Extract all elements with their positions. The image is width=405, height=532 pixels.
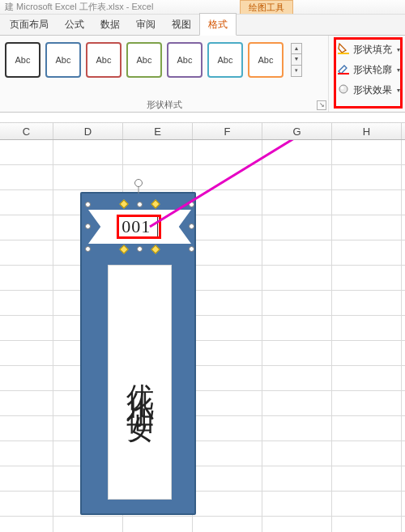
svg-point-3 — [341, 87, 344, 90]
shape-outline-label: 形状轮廓 — [353, 63, 392, 77]
dropdown-icon: ▾ — [397, 87, 400, 94]
shape-effects-label: 形状效果 — [353, 83, 392, 97]
style-swatch-black[interactable]: Abc — [5, 42, 40, 78]
svg-point-2 — [339, 85, 347, 93]
svg-rect-1 — [338, 73, 349, 74]
col-header-e[interactable]: E — [123, 123, 193, 139]
outline-icon — [337, 62, 350, 78]
context-tab-label: 绘图工具 — [240, 0, 293, 14]
shape-styles-group: Abc Abc Abc Abc Abc Abc Abc ▲ ▼ ▾ 形状样式 ↘ — [0, 36, 328, 112]
style-swatch-purple[interactable]: Abc — [167, 42, 202, 78]
col-header-d[interactable]: D — [53, 123, 123, 139]
dropdown-icon: ▾ — [397, 66, 400, 74]
tab-formulas[interactable]: 公式 — [57, 14, 92, 35]
shape-tools-panel: 形状填充 ▾ 形状轮廓 ▾ 形状效果 ▾ — [328, 36, 405, 112]
gallery-up-button[interactable]: ▲ — [291, 43, 302, 54]
tab-page-layout[interactable]: 页面布局 — [2, 14, 57, 35]
vertical-text: 优化小仙女 — [125, 362, 155, 402]
col-header-h[interactable]: H — [332, 123, 402, 139]
app-title: 建 Microsoft Excel 工作表.xlsx - Excel — [5, 2, 153, 11]
col-header-f[interactable]: F — [193, 123, 262, 139]
col-header-c[interactable]: C — [0, 123, 53, 139]
shape-fill-label: 形状填充 — [353, 43, 392, 57]
vertical-text-box[interactable]: 优化小仙女 — [108, 265, 172, 500]
fill-icon — [337, 42, 350, 57]
group-label-shape-styles: 形状样式 — [0, 99, 328, 111]
effects-icon — [337, 83, 350, 98]
dropdown-icon: ▾ — [397, 46, 400, 53]
ribbon-tabs: 页面布局 公式 数据 审阅 视图 格式 — [0, 15, 405, 36]
tab-data[interactable]: 数据 — [92, 14, 128, 35]
style-swatch-blue[interactable]: Abc — [45, 42, 81, 78]
svg-rect-0 — [338, 53, 349, 54]
style-swatch-orange[interactable]: Abc — [248, 42, 284, 78]
shape-style-gallery: Abc Abc Abc Abc Abc Abc Abc ▲ ▼ ▾ — [5, 42, 323, 78]
group-launcher[interactable]: ↘ — [317, 100, 326, 110]
shape-fill-button[interactable]: 形状填充 ▾ — [335, 40, 402, 59]
shape-outline-button[interactable]: 形状轮廓 ▾ — [335, 61, 402, 79]
banner-shape[interactable]: 001 — [88, 205, 191, 249]
tab-format[interactable]: 格式 — [199, 13, 237, 36]
gallery-more-button[interactable]: ▾ — [291, 66, 302, 77]
tab-review[interactable]: 审阅 — [128, 14, 164, 35]
worksheet-area[interactable]: C D E F G H 001 — [0, 113, 405, 532]
shape-card[interactable]: 001 优化小仙女 — [80, 192, 196, 515]
cell-grid[interactable]: 001 优化小仙女 — [0, 140, 405, 532]
shape-effects-button[interactable]: 形状效果 ▾ — [335, 81, 402, 100]
rotate-handle[interactable] — [134, 179, 143, 187]
column-headers: C D E F G H — [0, 122, 405, 140]
col-header-g[interactable]: G — [262, 123, 332, 139]
banner-text[interactable]: 001 — [88, 216, 191, 237]
rotate-stem — [138, 187, 139, 194]
style-swatch-green[interactable]: Abc — [126, 42, 162, 78]
gallery-scroll: ▲ ▼ ▾ — [291, 43, 302, 77]
style-swatch-red[interactable]: Abc — [86, 42, 122, 78]
style-swatch-cyan[interactable]: Abc — [207, 42, 243, 78]
tab-view[interactable]: 视图 — [164, 14, 199, 35]
ribbon: Abc Abc Abc Abc Abc Abc Abc ▲ ▼ ▾ 形状样式 ↘… — [0, 36, 405, 113]
gallery-down-button[interactable]: ▼ — [291, 54, 302, 66]
